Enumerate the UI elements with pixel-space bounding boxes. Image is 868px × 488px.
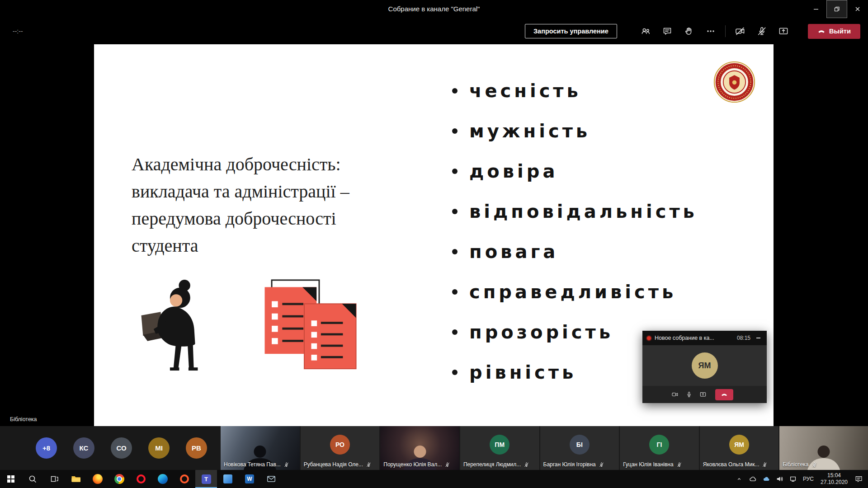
raise-hand-button[interactable] [679, 21, 699, 41]
more-options-button[interactable] [701, 21, 721, 41]
chat-button[interactable] [657, 21, 677, 41]
more-options-icon [705, 26, 716, 37]
pip-share-button[interactable] [699, 391, 707, 398]
volume-icon [776, 475, 784, 483]
participant-tiles: Новікова Тетяна Пав... РО Рубанцева Наді… [221, 426, 868, 470]
participant-tile[interactable]: ЯМ Яковлєва Ольга Мик... [700, 426, 779, 470]
bullet-item: відповідальність [452, 191, 698, 231]
minimize-icon [813, 6, 819, 12]
pip-mic-button[interactable] [685, 391, 693, 398]
word-button[interactable] [239, 470, 260, 488]
minimize-button[interactable] [806, 0, 826, 18]
chrome-icon [114, 474, 124, 484]
window-controls [806, 0, 868, 18]
pip-minimize-button[interactable] [754, 334, 762, 342]
edge-button[interactable] [152, 470, 174, 488]
windows-taskbar: РУС 15:04 27.10.2020 [0, 470, 868, 488]
firefox-button[interactable] [87, 470, 108, 488]
action-center-button[interactable] [852, 470, 865, 488]
camera-toggle-button[interactable] [730, 21, 750, 41]
task-view-button[interactable] [43, 470, 65, 488]
pip-elapsed-time: 08:15 [737, 335, 750, 341]
participant-avatar[interactable]: МІ [148, 437, 170, 459]
bullet-dot [452, 249, 458, 254]
teams-icon [202, 474, 211, 484]
taskbar-search-button[interactable] [22, 470, 43, 488]
participant-avatar[interactable]: СО [111, 437, 132, 459]
onedrive-tray-button[interactable] [746, 470, 760, 488]
leave-button[interactable]: Выйти [808, 24, 860, 39]
participant-video-tile[interactable]: Новікова Тетяна Пав... [221, 426, 300, 470]
participant-avatar: ЯМ [729, 435, 749, 455]
mic-toggle-button[interactable] [752, 21, 772, 41]
tray-chevron-button[interactable] [732, 470, 746, 488]
bullet-dot [452, 209, 458, 214]
start-button[interactable] [0, 470, 22, 488]
participant-video-tile[interactable]: Бібліотека [779, 426, 868, 470]
bullet-dot [452, 329, 458, 335]
leave-label: Выйти [829, 28, 851, 35]
slide-title-line: передумова доброчесності [132, 205, 349, 232]
participant-avatar[interactable]: РВ [186, 437, 207, 459]
file-explorer-button[interactable] [65, 470, 87, 488]
cloud-filled-icon [762, 475, 770, 483]
request-control-button[interactable]: Запросить управление [525, 24, 617, 38]
bullet-item: справедливість [452, 272, 698, 312]
pip-camera-button[interactable] [671, 391, 679, 398]
network-tray-button[interactable] [787, 470, 800, 488]
window-title: Собрание в канале "General" [0, 0, 868, 18]
onedrive-cloud-icon [749, 475, 757, 483]
teams-meeting-window: Собрание в канале "General" --:-- Запрос… [0, 0, 868, 488]
overflow-participants-badge[interactable]: +8 [36, 437, 57, 459]
call-timer: --:-- [13, 18, 23, 44]
toolbar-divider [725, 25, 726, 37]
bullet-text: повага [469, 241, 558, 262]
bullet-text: відповідальність [469, 201, 698, 222]
meeting-pip-window[interactable]: Новое собрание в ка... 08:15 ЯМ [642, 331, 767, 403]
close-button[interactable] [847, 0, 868, 18]
participant-tile[interactable]: БІ Барган Юлія Ігорівна [540, 426, 619, 470]
participant-tile[interactable]: ГІ Гуцан Юлія Іванівна [620, 426, 699, 470]
volume-tray-button[interactable] [773, 470, 787, 488]
restore-button[interactable] [826, 0, 847, 18]
mic-muted-icon [599, 462, 604, 468]
photos-button[interactable] [217, 470, 239, 488]
bullet-dot [452, 289, 458, 295]
participant-tile[interactable]: РО Рубанцева Надія Оле... [301, 426, 380, 470]
opera-button[interactable] [130, 470, 152, 488]
participant-avatar[interactable]: КС [73, 437, 94, 459]
share-screen-button[interactable] [774, 21, 793, 41]
slide-title-line: Академічна доброчесність: [132, 151, 349, 178]
mic-muted-icon [524, 462, 529, 468]
photos-icon [223, 474, 232, 483]
meeting-toolbar: --:-- Запросить управление Выйти [0, 18, 868, 44]
bullet-text: чесність [469, 80, 581, 101]
firefox-icon [93, 474, 103, 484]
mic-muted-icon [676, 462, 682, 468]
pip-controls [642, 386, 767, 403]
taskbar-app-icons [0, 470, 282, 488]
teams-button[interactable] [195, 470, 217, 488]
bullet-text: довіра [469, 161, 558, 182]
share-screen-icon [699, 391, 707, 398]
participant-tile[interactable]: ПМ Перепелиця Людмил... [460, 426, 539, 470]
participant-strip: +8 КС СО МІ РВ Новікова Тетяна Пав... РО… [0, 426, 868, 470]
participant-name: Новікова Тетяна Пав... [224, 461, 281, 468]
weather-tray-button[interactable] [760, 470, 773, 488]
pip-hangup-button[interactable] [715, 389, 733, 400]
slide-title-line: викладача та адміністрації – [132, 178, 349, 205]
camera-icon [671, 391, 679, 398]
participant-video-tile[interactable]: Порущенко Юлія Вал... [380, 426, 459, 470]
taskbar-clock[interactable]: 15:04 27.10.2020 [816, 470, 852, 488]
participant-name: Перепелиця Людмил... [463, 461, 521, 468]
chrome-button[interactable] [108, 470, 130, 488]
camera-off-icon [735, 26, 745, 37]
participants-button[interactable] [636, 21, 656, 41]
participant-avatar-row: +8 КС СО МІ РВ [0, 426, 221, 470]
language-indicator[interactable]: РУС [800, 470, 816, 488]
mic-muted-icon [762, 462, 768, 468]
opera-beta-button[interactable] [174, 470, 195, 488]
clock-date: 27.10.2020 [821, 479, 848, 486]
clock-time: 15:04 [827, 472, 841, 479]
mail-button[interactable] [260, 470, 282, 488]
